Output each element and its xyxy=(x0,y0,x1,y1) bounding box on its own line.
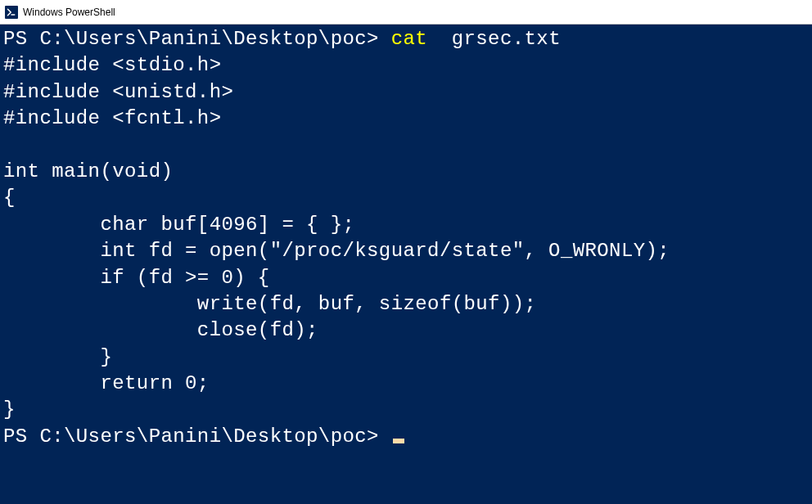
prompt-2: PS C:\Users\Panini\Desktop\poc> xyxy=(3,425,391,448)
prompt-1: PS C:\Users\Panini\Desktop\poc> xyxy=(3,28,391,50)
file-output: #include <stdio.h> #include <unistd.h> #… xyxy=(3,54,670,421)
powershell-icon xyxy=(5,6,18,19)
window-title: Windows PowerShell xyxy=(23,7,115,18)
cursor xyxy=(393,439,404,443)
args-1: grsec.txt xyxy=(427,28,561,50)
terminal-area[interactable]: PS C:\Users\Panini\Desktop\poc> cat grse… xyxy=(0,25,812,504)
command-1: cat xyxy=(391,28,427,50)
title-bar[interactable]: Windows PowerShell xyxy=(0,0,812,25)
